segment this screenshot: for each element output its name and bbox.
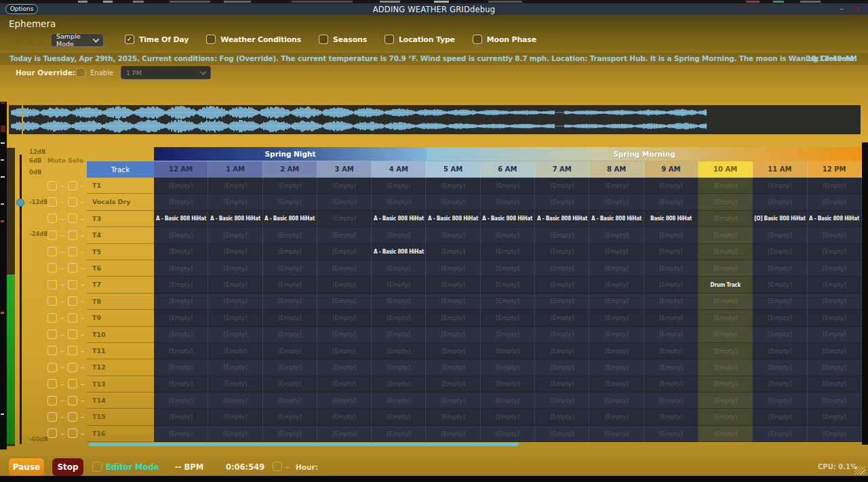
checkbox-icon[interactable] [319, 35, 328, 44]
grid-cell[interactable]: [Empty] [208, 393, 262, 409]
grid-cell[interactable]: [Empty] [644, 310, 698, 326]
grid-cell[interactable]: [Empty] [589, 376, 644, 393]
grid-cell[interactable]: [Empty] [753, 343, 807, 359]
grid-cell[interactable]: [Empty] [317, 343, 372, 359]
grid-cell[interactable]: [Empty] [154, 294, 208, 310]
grid-cell[interactable]: [Empty] [753, 426, 807, 442]
grid-cell[interactable]: [Empty] [644, 426, 698, 442]
grid-cell[interactable]: [Empty] [644, 409, 698, 425]
grid-cell[interactable]: [Empty] [154, 327, 208, 343]
grid-cell[interactable]: [Empty] [644, 194, 698, 210]
grid-cell[interactable]: [O] Basic 808 HiHat [753, 211, 807, 227]
grid-cell[interactable]: [Empty] [808, 194, 862, 210]
grid-cell[interactable]: [Empty] [263, 277, 317, 293]
grid-cell[interactable]: [Empty] [426, 343, 480, 359]
grid-cell[interactable]: A - Basic 808 HiHat [208, 211, 262, 227]
grid-cell[interactable]: [Empty] [208, 327, 262, 343]
grid-cell[interactable]: [Empty] [317, 277, 372, 293]
mute-checkbox[interactable] [47, 412, 57, 422]
grid-cell[interactable]: A - Basic 808 HiHat [263, 211, 317, 227]
grid-cell[interactable]: [Empty] [589, 359, 644, 376]
grid-cell[interactable]: A - Basic 808 HiHat [808, 211, 862, 227]
grid-cell[interactable]: [Empty] [154, 359, 208, 376]
mute-checkbox[interactable] [47, 247, 57, 256]
grid-cell[interactable]: [Empty] [644, 227, 698, 243]
grid-cell[interactable]: [Empty] [753, 310, 807, 326]
grid-cell[interactable]: [Empty] [208, 294, 262, 310]
grid-cell[interactable]: [Empty] [426, 359, 480, 376]
grid-cell[interactable]: [Empty] [372, 327, 426, 343]
grid-cell[interactable]: [Empty] [698, 376, 753, 393]
grid-cell[interactable]: [Empty] [481, 343, 535, 359]
solo-checkbox[interactable] [68, 329, 77, 339]
grid-cell[interactable]: [Empty] [154, 426, 208, 442]
grid-cell[interactable]: [Empty] [808, 260, 862, 277]
horizontal-scrollbar[interactable] [88, 443, 519, 446]
grid-cell[interactable]: [Empty] [481, 393, 535, 409]
grid-cell[interactable]: [Empty] [208, 227, 262, 243]
grid-cell[interactable]: [Empty] [154, 409, 208, 425]
grid-cell[interactable]: [Empty] [535, 359, 589, 376]
grid-cell[interactable]: [Empty] [589, 294, 644, 310]
mute-checkbox[interactable] [47, 280, 57, 289]
grid-cell[interactable]: [Empty] [535, 310, 589, 326]
titlebar[interactable]: Options ADDING WEATHER GRIDdebug – × [0, 3, 868, 15]
grid-cell[interactable]: [Empty] [589, 260, 644, 277]
grid-cell[interactable]: [Empty] [154, 260, 208, 277]
grid-cell[interactable]: [Empty] [372, 178, 426, 194]
grid-cell[interactable]: [Empty] [698, 310, 753, 326]
solo-checkbox[interactable] [68, 247, 77, 256]
close-icon[interactable]: × [852, 4, 863, 14]
grid-cell[interactable]: [Empty] [481, 376, 535, 393]
grid-cell[interactable]: [Empty] [644, 327, 698, 343]
grid-cell[interactable]: [Empty] [698, 260, 753, 277]
grid-cell[interactable]: [Empty] [753, 227, 807, 243]
grid-cell[interactable]: [Empty] [808, 426, 862, 442]
mute-checkbox[interactable] [47, 379, 57, 388]
solo-checkbox[interactable] [68, 346, 77, 355]
grid-cell[interactable]: [Empty] [481, 327, 535, 343]
mute-checkbox[interactable] [47, 263, 57, 273]
grid-cell[interactable]: [Empty] [698, 359, 753, 376]
grid-cell[interactable]: [Empty] [481, 426, 535, 442]
mute-checkbox[interactable] [47, 296, 57, 306]
grid-cell[interactable]: [Empty] [208, 277, 262, 293]
grid-cell[interactable]: [Empty] [535, 277, 589, 293]
grid-cell[interactable]: [Empty] [698, 393, 753, 409]
grid-cell[interactable]: [Empty] [589, 393, 644, 409]
grid-cell[interactable]: [Empty] [644, 393, 698, 409]
mute-checkbox[interactable] [47, 346, 57, 355]
grid-cell[interactable]: [Empty] [208, 310, 262, 326]
grid-cell[interactable]: A - Basic 808 HiHat [154, 211, 208, 227]
grid-cell[interactable]: [Empty] [589, 178, 644, 194]
grid-cell[interactable]: [Empty] [372, 393, 426, 409]
solo-checkbox[interactable] [68, 363, 77, 372]
grid-cell[interactable]: [Empty] [481, 178, 535, 194]
grid-cell[interactable]: [Empty] [154, 393, 208, 409]
grid-cell[interactable]: [Empty] [808, 310, 862, 326]
grid-cell[interactable]: [Empty] [535, 327, 589, 343]
grid-cell[interactable]: [Empty] [753, 178, 807, 194]
grid-cell[interactable]: [Empty] [535, 409, 589, 425]
volume-slider-handle[interactable] [16, 199, 24, 207]
checkbox-icon[interactable] [473, 35, 482, 44]
grid-cell[interactable]: [Empty] [808, 409, 862, 425]
grid-cell[interactable]: [Empty] [426, 227, 480, 243]
grid-cell[interactable]: [Empty] [263, 376, 317, 393]
grid-cell[interactable]: [Empty] [535, 178, 589, 194]
grid-cell[interactable]: [Empty] [698, 409, 753, 425]
minimize-icon[interactable]: – [836, 4, 847, 14]
grid-cell[interactable]: [Empty] [698, 244, 753, 260]
grid-cell[interactable]: [Empty] [154, 376, 208, 393]
grid-cell[interactable]: [Empty] [154, 178, 208, 194]
mute-checkbox[interactable] [47, 230, 57, 240]
grid-cell[interactable]: [Empty] [698, 294, 753, 310]
grid-cell[interactable]: [Empty] [154, 194, 208, 210]
mute-checkbox[interactable] [47, 329, 57, 339]
solo-checkbox[interactable] [68, 181, 77, 190]
grid-cell[interactable]: [Empty] [263, 393, 317, 409]
grid-cell[interactable]: [Empty] [208, 194, 262, 210]
resize-grip-icon[interactable] [854, 466, 865, 475]
grid-cell[interactable]: [Empty] [372, 310, 426, 326]
grid-cell[interactable]: Drum Track [698, 277, 753, 293]
